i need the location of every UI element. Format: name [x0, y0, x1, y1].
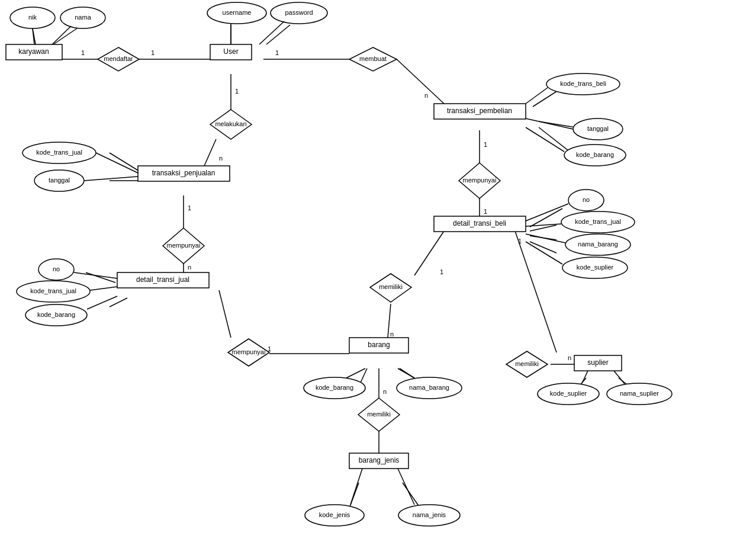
relation-membuat-label: membuat	[359, 55, 387, 62]
attr-tanggal-tp-label: tanggal	[587, 125, 609, 132]
attr-no-dtb-label: no	[583, 196, 590, 203]
er-diagram: 1 1 1 n 1 n 1 1 1 n 1 n 1 n 1 n 1 karyaw…	[0, 0, 756, 542]
card-mempunyai-dtj: n	[188, 264, 191, 271]
entity-detail-transi-beli-label: detail_transi_beli	[453, 219, 506, 227]
svg-line-45	[526, 118, 573, 129]
svg-line-44	[526, 88, 548, 104]
svg-line-19	[53, 28, 77, 44]
svg-line-58	[582, 371, 588, 383]
attr-nama-barang-b-label: nama_barang	[409, 384, 449, 391]
relation-memiliki-dtb-s-label: memiliki	[515, 360, 539, 367]
attr-nama-suplier-s-label: nama_suplier	[620, 390, 659, 397]
relation-memiliki-b-label: memiliki	[367, 410, 391, 418]
svg-line-29	[110, 298, 127, 307]
entity-barang-jenis-label: barang_jenis	[359, 456, 400, 464]
attr-kode-jenis-label: kode_jenis	[319, 511, 350, 518]
attr-no-dtj-label: no	[53, 265, 60, 272]
entity-transaksi-penjualan-label: transaksi_penjualan	[152, 169, 215, 177]
attr-kode-suplier-dtb-label: kode_suplier	[577, 264, 614, 271]
svg-line-54	[526, 234, 565, 243]
svg-line-33	[530, 242, 556, 253]
attr-kode-trans-jual-tpj-label: kode_trans_jual	[36, 149, 82, 156]
attr-password-label: password	[285, 9, 313, 16]
svg-line-57	[398, 368, 414, 378]
svg-line-5	[204, 139, 216, 166]
card-dtb-memiliki1: 1	[440, 268, 443, 275]
relation-mendaftar-label: mendaftar	[104, 55, 133, 62]
attr-kode-suplier-s-label: kode_suplier	[550, 390, 587, 397]
card-memiliki2-s: n	[568, 354, 571, 361]
attr-tanggal-tpj-label: tanggal	[49, 177, 70, 184]
attr-kode-trans-jual-dtb-label: kode_trans_jual	[575, 218, 621, 225]
svg-line-61	[398, 469, 414, 505]
svg-line-41	[52, 26, 71, 44]
entity-suplier-label: suplier	[587, 358, 608, 367]
svg-line-52	[526, 204, 568, 221]
svg-line-49	[74, 272, 117, 278]
card-membuat-tp: n	[424, 92, 428, 99]
svg-line-3	[397, 59, 444, 104]
card-user-melakukan: 1	[235, 88, 239, 95]
card-mendaftar-user: 1	[151, 49, 155, 56]
card-b-memiliki: n	[383, 388, 387, 395]
svg-line-48	[84, 177, 138, 181]
attr-nama-jenis-label: nama_jenis	[413, 511, 446, 518]
attr-nik-label: nik	[28, 14, 37, 21]
card-memiliki1-b: n	[390, 331, 394, 338]
svg-line-50	[90, 287, 117, 290]
card-user-membuat: 1	[275, 49, 279, 56]
attr-kode-trans-jual-dtj-label: kode_trans_jual	[30, 287, 76, 294]
attr-kode-barang-dtj-label: kode_barang	[37, 311, 75, 318]
attr-username-label: username	[223, 9, 252, 16]
relation-melakukan-label: melakukan	[215, 120, 246, 127]
svg-line-39	[403, 483, 420, 508]
relation-mempunyai-tpj-label: mempunyai	[167, 242, 201, 249]
svg-line-59	[614, 371, 625, 384]
entity-barang-label: barang	[368, 341, 390, 349]
svg-line-55	[526, 242, 562, 264]
svg-line-47	[96, 153, 138, 173]
attr-kode-barang-b-label: kode_barang	[316, 384, 353, 391]
relation-mempunyai-dtj-label: mempunyai	[232, 348, 266, 355]
attr-nama-label: nama	[75, 14, 91, 21]
card-tp-mempunyai: 1	[484, 141, 487, 148]
entity-detail-transi-jual-label: detail_transi_jual	[136, 275, 189, 284]
entity-user-label: User	[223, 47, 238, 56]
svg-line-12	[515, 231, 556, 352]
card-dtb-memiliki2: 1	[518, 238, 522, 245]
svg-line-51	[87, 296, 117, 309]
relation-mempunyai-tp-label: mempunyai	[463, 177, 497, 184]
svg-line-56	[346, 368, 365, 378]
card-karyawan-mendaftar: 1	[81, 49, 85, 56]
card-tpj-mempunyai: 1	[188, 204, 191, 211]
attr-nama-barang-dtb-label: nama_barang	[578, 240, 618, 248]
card-melakukan-tpj: n	[219, 155, 223, 162]
svg-line-46	[526, 127, 564, 152]
entity-karyawan-label: karyawan	[18, 47, 49, 56]
relation-memiliki-dtb-b-label: memiliki	[379, 283, 403, 290]
card-mempunyai-dtb: 1	[484, 208, 487, 215]
svg-line-14	[219, 290, 231, 338]
attr-kode-trans-beli-label: kode_trans_beli	[560, 80, 606, 87]
entity-transaksi-pembelian-label: transaksi_pembelian	[447, 107, 512, 115]
attr-kode-barang-tp-label: kode_barang	[576, 151, 614, 158]
svg-line-60	[350, 469, 362, 505]
